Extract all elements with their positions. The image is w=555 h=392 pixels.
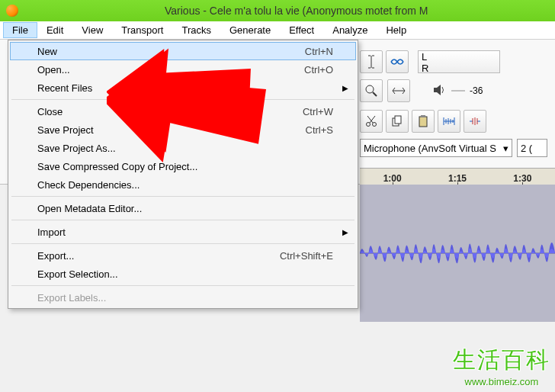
svg-point-0 — [366, 85, 374, 93]
menu-item-label: Check Dependencies... — [37, 179, 140, 191]
menu-item-label: Save Compressed Copy of Project... — [37, 161, 197, 172]
file-menu-item-recent-files[interactable]: Recent Files▶ — [10, 79, 356, 97]
file-menu-item-export-selection[interactable]: Export Selection... — [10, 265, 356, 283]
svg-rect-7 — [419, 117, 427, 127]
menu-item-label: Open Metadata Editor... — [37, 203, 142, 214]
menu-item-label: Import — [37, 227, 66, 238]
file-menu-item-export[interactable]: Export...Ctrl+Shift+E — [10, 246, 356, 265]
menu-item-label: Close — [37, 106, 63, 117]
file-menu-item-open[interactable]: Open...Ctrl+O — [10, 60, 356, 79]
menu-item-label: New — [37, 46, 57, 57]
menu-file[interactable]: File — [3, 22, 37, 38]
menu-item-shortcut: Ctrl+O — [304, 64, 333, 76]
timeline-tick: 1:00 — [360, 173, 425, 184]
menu-item-label: Save Project As... — [37, 143, 116, 154]
menu-item-shortcut: Ctrl+N — [305, 46, 333, 57]
menu-item-label: Save Project — [37, 124, 94, 136]
audio-track[interactable] — [360, 185, 555, 322]
slider-track-icon — [451, 87, 465, 95]
file-menu-item-close[interactable]: CloseCtrl+W — [10, 102, 356, 120]
menu-item-shortcut: Ctrl+S — [306, 124, 333, 136]
menu-analyze[interactable]: Analyze — [323, 22, 377, 38]
silence-button[interactable] — [464, 110, 486, 133]
menu-tracks[interactable]: Tracks — [172, 22, 220, 38]
timeshift-tool-button[interactable] — [387, 79, 410, 102]
menu-help[interactable]: Help — [377, 22, 415, 38]
file-menu-item-import[interactable]: Import▶ — [10, 223, 356, 241]
menu-item-label: Recent Files — [37, 82, 92, 94]
menu-item-label: Open... — [37, 64, 70, 76]
file-menu-item-check-dependencies[interactable]: Check Dependencies... — [10, 175, 356, 194]
svg-point-4 — [373, 123, 377, 127]
menu-item-shortcut: Ctrl+W — [303, 106, 333, 117]
timeline-tick: 1:30 — [490, 173, 555, 184]
menu-item-shortcut: Ctrl+Shift+E — [280, 250, 333, 262]
meter-r-label: R — [422, 63, 428, 74]
watermark-text: 生活百科 — [453, 345, 550, 376]
svg-line-1 — [373, 92, 377, 96]
meter-l-label: L — [422, 51, 427, 63]
svg-rect-6 — [395, 116, 401, 124]
ibeam-tool-button[interactable] — [360, 50, 383, 73]
channels-select[interactable]: 2 ( — [517, 139, 547, 157]
watermark-url: www.bimeiz.com — [453, 376, 550, 387]
zoom-tool-button[interactable] — [360, 79, 383, 102]
copy-button[interactable] — [386, 110, 409, 133]
file-menu-item-save-project-as[interactable]: Save Project As... — [10, 139, 356, 157]
speaker-icon — [433, 84, 447, 98]
svg-point-3 — [367, 123, 371, 127]
submenu-arrow-icon: ▶ — [342, 84, 348, 92]
menu-item-label: Export... — [37, 250, 74, 262]
input-device-select[interactable]: Microphone (AnvSoft Virtual S▾ — [360, 139, 512, 157]
paste-button[interactable] — [412, 110, 435, 133]
menu-bar: File Edit View Transport Tracks Generate… — [0, 21, 555, 40]
menu-item-label: Export Selection... — [37, 268, 118, 280]
file-menu-item-new[interactable]: NewCtrl+N — [10, 42, 356, 60]
file-menu-item-export-labels: Export Labels... — [10, 288, 356, 307]
menu-edit[interactable]: Edit — [37, 22, 72, 38]
menu-view[interactable]: View — [72, 22, 112, 38]
menu-item-label: Export Labels... — [37, 292, 106, 304]
window-title: Various - Cele m'a tolu la vie (Anonymou… — [165, 5, 428, 17]
svg-rect-8 — [421, 115, 425, 117]
file-menu-dropdown: NewCtrl+NOpen...Ctrl+ORecent Files▶Close… — [8, 40, 358, 309]
menu-transport[interactable]: Transport — [112, 22, 172, 38]
timeline-tick: 1:15 — [425, 173, 489, 184]
level-meter: LR — [418, 50, 500, 73]
waveform — [360, 185, 555, 322]
trim-button[interactable] — [438, 110, 460, 133]
watermark: 生活百科 www.bimeiz.com — [453, 345, 550, 387]
menu-generate[interactable]: Generate — [220, 22, 280, 38]
title-bar: Various - Cele m'a tolu la vie (Anonymou… — [0, 0, 555, 21]
file-menu-item-save-project[interactable]: Save ProjectCtrl+S — [10, 120, 356, 139]
app-icon — [6, 5, 18, 17]
submenu-arrow-icon: ▶ — [342, 228, 348, 236]
cut-button[interactable] — [360, 110, 383, 133]
file-menu-item-save-compressed-copy-of-project[interactable]: Save Compressed Copy of Project... — [10, 157, 356, 175]
envelope-tool-button[interactable] — [386, 50, 409, 73]
menu-effect[interactable]: Effect — [280, 22, 323, 38]
file-menu-item-open-metadata-editor[interactable]: Open Metadata Editor... — [10, 199, 356, 217]
volume-readout: -36 — [470, 85, 483, 96]
